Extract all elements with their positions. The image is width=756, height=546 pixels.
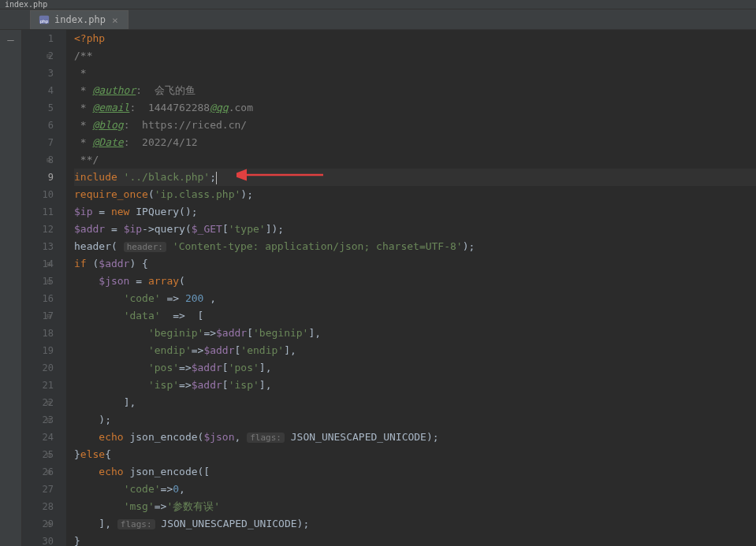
line-number[interactable]: 18 xyxy=(22,325,54,342)
fold-icon[interactable]: ⊟ xyxy=(44,394,54,411)
fold-icon[interactable]: ⊟ xyxy=(44,463,54,481)
line-number[interactable]: 13 xyxy=(22,238,54,255)
fold-icon[interactable]: ⊟ xyxy=(44,515,54,533)
line-number[interactable]: 28 xyxy=(22,498,54,515)
tab-index-php[interactable]: php index.php × xyxy=(30,10,128,29)
line-number[interactable]: 12 xyxy=(22,221,54,238)
line-number[interactable]: 16 xyxy=(22,290,54,307)
fold-icon[interactable]: ⊟ xyxy=(44,307,54,325)
line-number[interactable]: 9 xyxy=(22,169,54,186)
tab-bar: php index.php × xyxy=(0,9,756,30)
line-number[interactable]: 4 xyxy=(22,82,54,99)
line-number[interactable]: 27 xyxy=(22,481,54,498)
fold-icon[interactable]: ⊟ xyxy=(44,47,54,65)
line-number[interactable]: 20 xyxy=(22,359,54,377)
fold-icon[interactable]: ⊟ xyxy=(44,255,54,273)
code-area[interactable]: <?php /** * * @author: 会飞的鱼 * @email: 14… xyxy=(66,30,756,546)
close-icon[interactable]: × xyxy=(110,14,120,26)
tab-label: index.php xyxy=(54,14,106,25)
line-number[interactable]: 30 xyxy=(22,533,54,546)
tool-strip[interactable]: — xyxy=(0,30,22,546)
fold-icon[interactable]: ⊟ xyxy=(44,411,54,429)
line-number[interactable]: 6 xyxy=(22,117,54,134)
line-number[interactable]: 21 xyxy=(22,377,54,394)
collapse-icon[interactable]: — xyxy=(0,30,21,46)
php-file-icon: php xyxy=(39,14,50,25)
line-number[interactable]: 3 xyxy=(22,65,54,82)
fold-icon[interactable]: ⊟ xyxy=(44,446,54,463)
fold-icon[interactable]: ⊟ xyxy=(44,273,54,290)
line-number[interactable]: 5 xyxy=(22,99,54,117)
line-number[interactable]: 11 xyxy=(22,203,54,221)
line-number[interactable]: 7 xyxy=(22,134,54,151)
line-number[interactable]: 19 xyxy=(22,342,54,359)
editor: — 1 2 3 4 5 6 7 8 9 10 11 12 13 14 15 16… xyxy=(0,30,756,546)
svg-text:php: php xyxy=(40,18,49,24)
titlebar: index.php xyxy=(0,0,756,9)
line-number[interactable]: 1 xyxy=(22,30,54,47)
line-number[interactable]: 24 xyxy=(22,429,54,446)
line-number[interactable]: 10 xyxy=(22,186,54,203)
cursor xyxy=(216,172,217,184)
fold-icon[interactable]: ⊟ xyxy=(44,151,54,169)
